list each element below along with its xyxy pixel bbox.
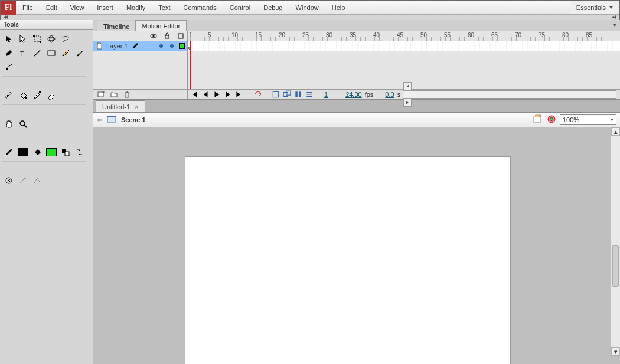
deco-tool[interactable]: [2, 61, 15, 74]
outline-icon[interactable]: [177, 32, 184, 40]
brush-tool[interactable]: [73, 47, 86, 60]
rectangle-tool[interactable]: [45, 47, 58, 60]
menu-file[interactable]: File: [16, 1, 40, 15]
free-transform-tool[interactable]: [31, 32, 44, 45]
scroll-down-button[interactable]: ▾: [611, 347, 620, 356]
menu-help[interactable]: Help: [325, 1, 352, 15]
step-back-button[interactable]: [201, 90, 210, 99]
menu-debug[interactable]: Debug: [257, 1, 289, 15]
document-tab[interactable]: Untitled-1 ×: [96, 100, 145, 112]
svg-rect-0: [34, 36, 40, 42]
new-layer-button[interactable]: [97, 90, 105, 99]
fill-color-tool[interactable]: [31, 146, 44, 159]
lock-dot[interactable]: [170, 44, 174, 48]
subselection-tool[interactable]: [17, 32, 30, 45]
layer-row[interactable]: Layer 1: [93, 41, 187, 51]
selection-tool[interactable]: [2, 32, 15, 45]
menu-commands[interactable]: Commands: [177, 1, 223, 15]
svg-rect-14: [65, 152, 69, 156]
stage-canvas[interactable]: [185, 157, 510, 364]
vertical-scrollbar[interactable]: ▴ ▾: [611, 127, 620, 356]
new-folder-button[interactable]: [110, 90, 118, 99]
tab-timeline[interactable]: Timeline: [97, 21, 136, 31]
snap-to-object-tool[interactable]: [2, 174, 15, 187]
eraser-tool[interactable]: [45, 89, 58, 102]
frame-strip[interactable]: [188, 41, 620, 51]
timeline-scroll-right[interactable]: [403, 99, 412, 107]
visibility-dot[interactable]: [159, 44, 163, 48]
tools-panel-title: Tools: [0, 20, 93, 30]
play-button[interactable]: [213, 90, 221, 99]
black-and-white-tool[interactable]: [59, 146, 72, 159]
edit-bar: ⬅ Scene 1 100%: [93, 113, 620, 127]
svg-rect-10: [39, 91, 41, 93]
pen-tool[interactable]: [2, 47, 15, 60]
workspace-label: Essentials: [576, 1, 606, 14]
bone-tool[interactable]: [2, 89, 15, 102]
svg-point-11: [20, 121, 25, 126]
current-frame-value: 1: [324, 91, 328, 98]
fill-color-swatch[interactable]: [45, 146, 58, 159]
tab-motion-editor[interactable]: Motion Editor: [135, 20, 187, 31]
menu-control[interactable]: Control: [223, 1, 257, 15]
stage-area[interactable]: ▴ ▾: [93, 127, 620, 364]
menu-view[interactable]: View: [64, 1, 91, 15]
swap-colors-tool[interactable]: [73, 146, 86, 159]
edit-multiple-frames-button[interactable]: [294, 90, 302, 99]
hand-tool[interactable]: [2, 117, 15, 130]
panel-menu-icon[interactable]: [609, 20, 620, 31]
stroke-color-tool[interactable]: [2, 146, 15, 159]
timeline-scroll-left[interactable]: [403, 82, 412, 90]
tool-separator: [2, 104, 86, 105]
collapse-tools-icon[interactable]: [2, 15, 9, 19]
scroll-thumb[interactable]: [612, 245, 619, 287]
svg-rect-23: [286, 91, 291, 95]
line-tool[interactable]: [31, 47, 44, 60]
goto-last-button[interactable]: [235, 90, 243, 99]
straighten-option[interactable]: [31, 174, 44, 187]
delete-layer-button[interactable]: [123, 90, 131, 99]
scene-icon: [107, 115, 116, 124]
svg-rect-2: [40, 41, 41, 43]
menu-modify[interactable]: Modify: [120, 1, 152, 15]
workspace-switcher[interactable]: Essentials: [570, 1, 619, 14]
timeline-scrollbar[interactable]: [403, 90, 616, 99]
onion-skin-outlines-button[interactable]: [283, 90, 291, 99]
menu-edit[interactable]: Edit: [40, 1, 64, 15]
loop-button[interactable]: [254, 90, 262, 99]
goto-first-button[interactable]: [190, 90, 198, 99]
scene-label[interactable]: Scene 1: [121, 116, 146, 123]
stroke-color-swatch[interactable]: [17, 146, 30, 159]
lasso-tool[interactable]: [59, 32, 72, 45]
edit-scene-icon[interactable]: [533, 114, 543, 125]
step-forward-button[interactable]: [224, 90, 232, 99]
svg-rect-27: [107, 116, 116, 117]
lock-icon[interactable]: [164, 32, 171, 40]
collapse-timeline-icon[interactable]: [610, 15, 617, 19]
svg-point-9: [25, 97, 27, 99]
modify-markers-button[interactable]: [305, 90, 314, 99]
fps-label: fps: [365, 91, 374, 98]
close-icon[interactable]: ×: [135, 101, 138, 113]
svg-rect-19: [178, 34, 183, 38]
menu-text[interactable]: Text: [152, 1, 177, 15]
back-icon[interactable]: ⬅: [97, 116, 102, 124]
edit-symbol-icon[interactable]: [547, 114, 556, 125]
zoom-tool[interactable]: [17, 117, 30, 130]
onion-skin-button[interactable]: [272, 90, 280, 99]
eyedropper-tool[interactable]: [31, 89, 44, 102]
menu-window[interactable]: Window: [289, 1, 325, 15]
frame-area[interactable]: 1510152025303540455055606570758085: [188, 31, 620, 89]
text-tool[interactable]: T: [17, 47, 30, 60]
zoom-dropdown[interactable]: 100%: [560, 114, 616, 125]
paint-bucket-tool[interactable]: [17, 89, 30, 102]
smooth-option[interactable]: [17, 174, 30, 187]
3d-rotation-tool[interactable]: [45, 32, 58, 45]
outline-swatch[interactable]: [179, 43, 185, 49]
pencil-tool[interactable]: [59, 47, 72, 60]
frame-ruler[interactable]: 1510152025303540455055606570758085: [188, 31, 620, 41]
svg-point-17: [153, 35, 155, 37]
scroll-up-button[interactable]: ▴: [611, 127, 620, 136]
menu-insert[interactable]: Insert: [90, 1, 120, 15]
eye-icon[interactable]: [150, 32, 157, 40]
